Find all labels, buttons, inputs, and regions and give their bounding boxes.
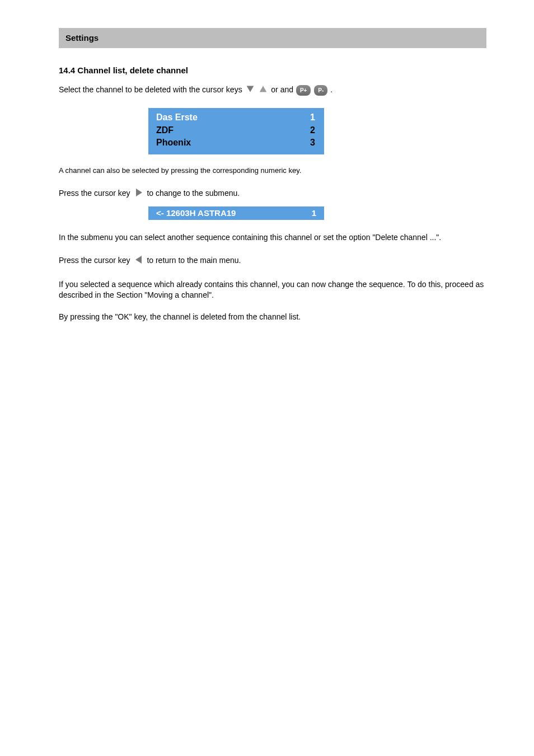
channel-number: 1	[307, 111, 315, 124]
submenu-number: 1	[312, 208, 316, 219]
p-minus-button[interactable]: P-	[314, 85, 327, 96]
step-select-channel: Select the channel to be deleted with th…	[59, 84, 486, 97]
header-bar: Settings	[59, 28, 486, 48]
submenu-bar[interactable]: <- 12603H ASTRA19 1	[148, 206, 324, 220]
channel-name: ZDF	[156, 124, 174, 137]
step-open-submenu: Press the cursor key to change to the su…	[59, 187, 486, 201]
step-change-sequence: If you selected a sequence which already…	[59, 279, 486, 300]
channel-number: 3	[307, 137, 315, 149]
cursor-up-icon	[258, 84, 268, 97]
channel-name: Das Erste	[156, 111, 198, 124]
channel-row[interactable]: Das Erste 1	[156, 111, 315, 124]
channel-name: Phoenix	[156, 137, 191, 149]
step-return-main: Press the cursor key to return to the ma…	[59, 254, 486, 268]
cursor-down-icon	[245, 84, 255, 97]
channel-row[interactable]: ZDF 2	[156, 124, 315, 137]
header-label: Settings	[65, 33, 99, 43]
step-submenu-options: In the submenu you can select another se…	[59, 232, 486, 243]
cursor-left-icon	[133, 254, 144, 268]
step-numeric-key: A channel can also be selected by pressi…	[59, 166, 486, 176]
submenu-label: <- 12603H ASTRA19	[156, 208, 236, 219]
step-delete-ok: By pressing the "OK" key, the channel is…	[59, 312, 486, 322]
channel-row[interactable]: Phoenix 3	[156, 137, 315, 149]
section-14-4: 14.4 Channel list, delete channel Select…	[59, 65, 486, 322]
channel-list-box: Das Erste 1 ZDF 2 Phoenix 3	[148, 108, 324, 154]
p-plus-button[interactable]: P+	[296, 85, 311, 96]
cursor-right-icon	[133, 187, 144, 201]
section-title: 14.4 Channel list, delete channel	[59, 65, 486, 76]
channel-number: 2	[307, 124, 315, 137]
